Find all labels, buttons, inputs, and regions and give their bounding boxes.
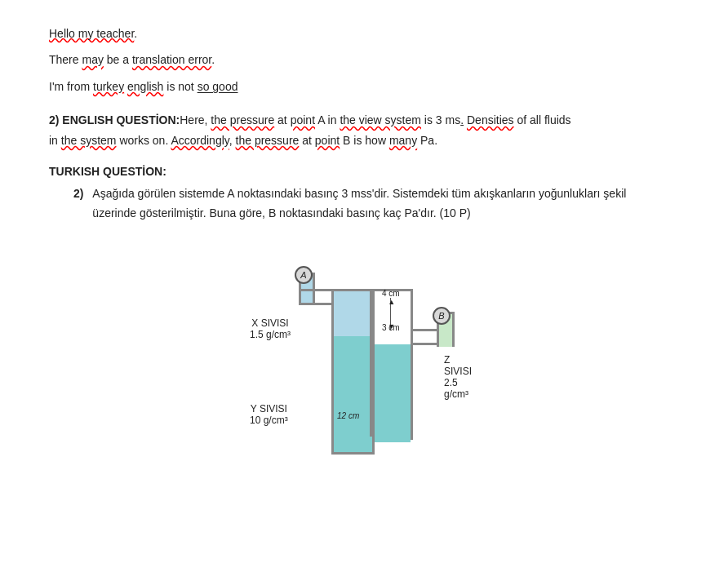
point-b-circle: B <box>433 307 451 325</box>
greeting-text: Hello my teacher. <box>49 27 137 40</box>
liquid-z-label: Z SIVISI 2.5 g/cm³ <box>444 354 478 400</box>
line2-block: There may be a translation error. <box>49 51 679 69</box>
liquid-y-density: 10 g/cm³ <box>250 415 288 426</box>
liquid-z-density: 2.5 g/cm³ <box>444 377 478 400</box>
liquid-x-density: 1.5 g/cm³ <box>250 329 291 340</box>
tube-bottom-connector <box>331 437 375 455</box>
point-a-label: A <box>300 270 306 280</box>
question-number: 2) <box>73 187 83 200</box>
liquid-x-fill <box>334 291 370 336</box>
english-question-line2: in the system works on. Accordingly, the… <box>49 131 679 151</box>
dim-4cm-label: 4 cm <box>382 289 400 298</box>
turkish-question-body: 2) Aşağıda görülen sistemde A noktasında… <box>73 184 679 224</box>
english-section: 2) ENGLISH QUESTİON:Here, the pressure a… <box>49 110 679 150</box>
turkish-line1: Aşağıda görülen sistemde A noktasındaki … <box>92 187 626 200</box>
diagram-container: X SIVISI 1.5 g/cm³ Y SIVISI 10 g/cm³ A <box>49 240 679 452</box>
turkish-line2: üzerinde gösterilmiştir. Buna göre, B no… <box>92 206 470 220</box>
english-prefix: 2) ENGLISH QUESTİON: <box>49 113 180 126</box>
point-a-circle: A <box>295 266 313 284</box>
liquid-y-name: Y SIVISI <box>250 403 288 415</box>
dim-3cm-label: 3 cm <box>382 323 400 332</box>
line3-block: I'm from turkey english is not so good <box>49 78 679 95</box>
turkish-label: TURKISH QUESTİON: <box>49 165 679 178</box>
fluid-diagram: X SIVISI 1.5 g/cm³ Y SIVISI 10 g/cm³ A <box>250 240 478 452</box>
liquid-y-fill <box>334 336 370 442</box>
dim-12cm-label: 12 cm <box>337 411 359 420</box>
greeting-line: Hello my teacher. <box>49 24 679 42</box>
english-body: Here, the pressure at point A in the vie… <box>180 113 570 126</box>
liquid-y-label: Y SIVISI 10 g/cm³ <box>250 403 288 426</box>
turkish-section: TURKISH QUESTİON: 2) Aşağıda görülen sis… <box>49 165 679 224</box>
tube-top-horizontal <box>299 289 334 305</box>
liquid-x-label: X SIVISI 1.5 g/cm³ <box>250 317 291 340</box>
point-b-label: B <box>438 311 444 321</box>
line2-text: There may be a translation error. <box>49 53 215 66</box>
liquid-x-name: X SIVISI <box>250 317 291 329</box>
english-question-text: 2) ENGLISH QUESTİON:Here, the pressure a… <box>49 110 679 131</box>
line3-text: I'm from turkey english is not so good <box>49 80 237 93</box>
liquid-z-name: Z SIVISI <box>444 354 478 377</box>
liquid-right-fill <box>375 344 411 442</box>
